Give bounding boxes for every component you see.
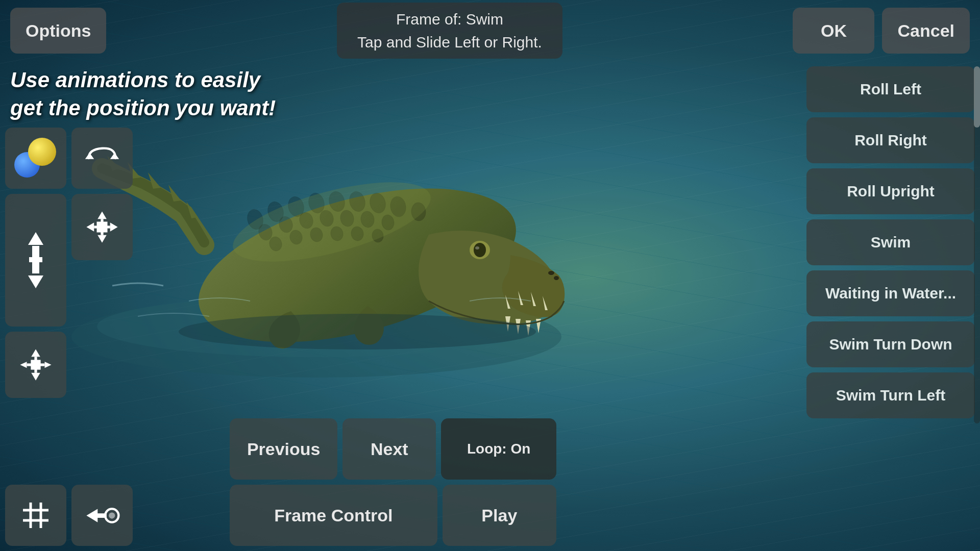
svg-rect-45 [101,232,103,235]
options-button[interactable]: Options [10,8,106,54]
loop-button[interactable]: Loop: On [441,418,556,480]
svg-rect-52 [31,360,40,369]
svg-marker-38 [28,276,43,288]
frame-info-line1: Frame of: Swim [357,8,542,31]
svg-rect-37 [32,262,39,273]
svg-point-27 [474,243,486,257]
svg-point-28 [475,246,479,249]
svg-rect-35 [32,246,39,257]
rotate-icon [84,140,120,176]
anim-swim-turn-down[interactable]: Swim Turn Down [806,321,975,367]
grid-icon [20,500,51,531]
svg-marker-39 [97,211,107,219]
svg-rect-47 [107,226,110,228]
svg-point-31 [179,314,536,349]
anim-swim-turn-left[interactable]: Swim Turn Left [806,372,975,418]
svg-point-30 [554,276,559,280]
svg-marker-34 [28,232,43,245]
svg-rect-36 [29,257,42,262]
svg-marker-32 [110,153,119,159]
svg-rect-55 [27,363,32,366]
svg-point-29 [548,271,554,275]
promo-line2: get the position you want! [10,94,276,122]
scale-button[interactable] [5,194,66,327]
scale-icon [23,230,48,291]
svg-marker-41 [86,222,94,232]
animation-panel: Roll Left Roll Right Roll Upright Swim W… [806,66,975,418]
dolly-icon [18,347,54,383]
svg-marker-40 [97,235,107,243]
focus-button[interactable] [71,485,133,546]
svg-rect-56 [40,363,45,366]
left-controls [5,128,133,398]
svg-point-63 [109,512,115,518]
top-bar: Options Frame of: Swim Tap and Slide Lef… [0,0,980,61]
ok-button[interactable]: OK [793,8,874,54]
anim-roll-left[interactable]: Roll Left [806,66,975,112]
pan-button[interactable] [71,194,133,260]
svg-rect-54 [34,369,37,373]
anim-waiting-water[interactable]: Waiting in Water... [806,270,975,316]
svg-marker-33 [85,153,94,159]
anim-roll-upright[interactable]: Roll Upright [806,168,975,214]
previous-button[interactable]: Previous [230,418,337,480]
frame-control-button[interactable]: Frame Control [230,485,437,546]
anim-swim[interactable]: Swim [806,219,975,265]
svg-marker-48 [31,349,40,357]
dolly-button[interactable] [5,332,66,398]
cancel-button[interactable]: Cancel [882,8,970,54]
right-scrollbar[interactable] [974,66,980,423]
rotate-button[interactable] [71,128,133,189]
play-button[interactable]: Play [443,485,556,546]
pan-icon [84,209,120,245]
svg-marker-42 [110,222,118,232]
svg-rect-46 [94,226,97,228]
frame-info-line2: Tap and Slide Left or Right. [357,31,542,54]
anim-roll-right[interactable]: Roll Right [806,117,975,163]
svg-marker-49 [31,373,40,381]
center-bottom-controls: Previous Next Loop: On Frame Control Pla… [230,418,556,546]
svg-rect-53 [34,357,37,360]
bottom-left-controls [5,485,133,546]
yellow-orb [28,138,56,166]
next-button[interactable]: Next [342,418,436,480]
svg-marker-50 [20,362,27,368]
scrollbar-thumb [974,66,980,128]
svg-marker-61 [86,509,106,522]
color-orb-button[interactable] [5,128,66,189]
top-right-buttons: OK Cancel [793,8,970,54]
svg-marker-51 [45,362,52,368]
focus-icon [84,502,120,530]
grid-button[interactable] [5,485,66,546]
svg-rect-44 [101,219,103,222]
svg-rect-43 [97,222,108,233]
frame-info: Frame of: Swim Tap and Slide Left or Rig… [337,3,562,59]
promo-text: Use animations to easily get the positio… [10,66,276,122]
promo-line1: Use animations to easily [10,66,276,94]
